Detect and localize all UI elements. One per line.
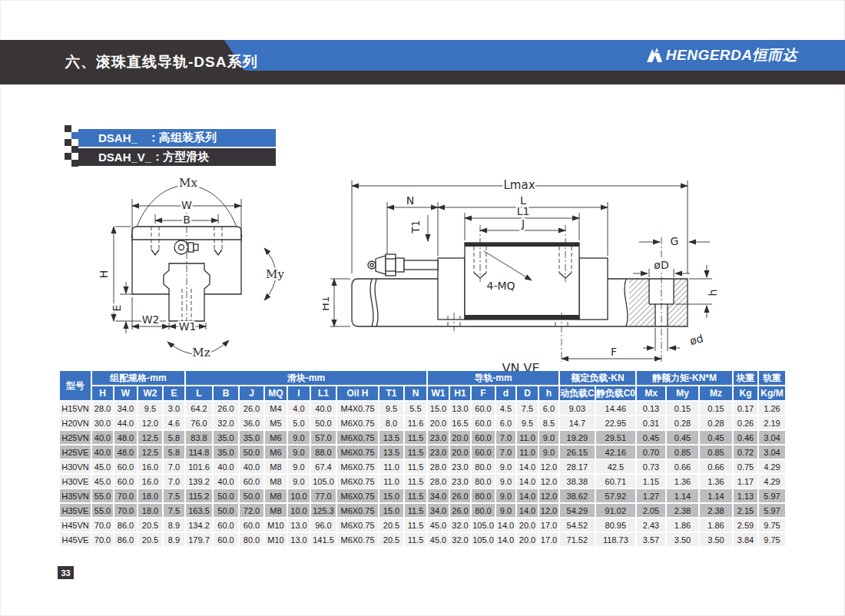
cell: 23.0 [450,460,472,475]
column-header: Mx [637,386,667,402]
dim-label-w1: W1 [179,320,197,333]
table-row: H45VE70.086.020.58.9179.760.080.0M1013.0… [60,533,787,548]
cell: 83.8 [186,431,214,445]
table-row: H30VN45.060.016.07.0101.640.040.0M89.067… [60,460,787,475]
cell: 13.5 [379,431,405,445]
cell: 88.0 [311,445,337,460]
column-group-header: 块重 [734,371,759,386]
dim-label-w2: W2 [142,313,160,326]
cell: M6X0.75 [337,489,379,504]
cell: 23.0 [450,475,472,489]
cell: 28.0 [428,460,450,475]
cell: 2.43 [637,518,667,533]
cell: 5.0 [288,416,311,431]
column-group-header: 滑块-mm [186,371,428,386]
cell: 0.45 [637,431,667,445]
column-header: W1 [428,386,450,402]
cell: 7.5 [164,504,186,518]
cell: 2.59 [734,518,759,533]
cell: 11.5 [405,475,428,489]
cell: 6.0 [539,402,560,416]
cell: 11.0 [517,431,539,445]
column-header: E [164,386,186,402]
cell: 15.0 [379,489,405,504]
cell: 96.0 [311,518,337,533]
cell: 9.75 [759,533,787,548]
cell: 9.0 [288,460,311,475]
model-cell: H20VN [60,416,92,431]
cell: 20.5 [138,518,164,533]
cell: M6 [265,445,288,460]
cell: 16.0 [138,460,164,475]
cell: 40.0 [240,460,265,475]
dim-label-w: W [181,199,192,211]
cell: 114.8 [186,445,214,460]
cell: 45.0 [428,518,450,533]
cell: 11.5 [405,431,428,445]
cell: M10 [265,518,288,533]
page-title: 六、滚珠直线导轨-DSA系列 [65,40,257,84]
cell: 0.46 [734,431,759,445]
cell: 20.0 [428,416,450,431]
cell: 18.0 [138,504,164,518]
cell: 57.92 [596,489,637,504]
cell: 2.38 [667,504,700,518]
dim-label-my: My [266,267,284,281]
cell: 26.0 [450,504,472,518]
cell: 3.0 [164,402,186,416]
brand-logo-text: HENGERDA恒而达 [666,45,797,65]
column-header: l [288,386,311,402]
cell: M4 [265,402,288,416]
cell: 12.0 [539,489,560,504]
cell: M6X0.75 [337,431,379,445]
cell: 14.0 [517,460,539,475]
cell: 0.15 [700,402,734,416]
spec-table: 型号组配规格-mm滑块-mm导轨-mm额定负载-KN静额力矩-KN*M块重轨重H… [60,371,787,548]
cell: 7.0 [496,445,517,460]
cell: 0.75 [734,460,759,475]
cell: 11.5 [405,533,428,548]
grease-nipple-side [368,254,438,276]
cell: 8.9 [164,518,186,533]
cell: 9.5 [138,402,164,416]
model-cell: H45VN [60,518,92,533]
cell: 80.0 [240,533,265,548]
cell: 10.0 [288,504,311,518]
cell: 45.0 [92,460,114,475]
cell: M6X0.75 [337,460,379,475]
cell: 11.5 [405,518,428,533]
cell: 1.13 [734,489,759,504]
cell: 50.0 [311,416,337,431]
cell: 0.26 [734,416,759,431]
checker-decoration [65,125,78,167]
cell: 7.5 [164,489,186,504]
brand-mark-icon [646,47,663,64]
cell: 0.13 [637,402,667,416]
table-row: H25VN40.048.012.55.883.835.035.0M69.057.… [60,431,787,445]
cell: 12.5 [138,445,164,460]
cell: 1.14 [700,489,734,504]
cell: 1.36 [667,475,700,489]
cell: 9.0 [496,460,517,475]
cell: 9.0 [539,431,560,445]
cell: 14.0 [496,533,517,548]
cell: 60.0 [114,460,138,475]
spec-table-head: 型号组配规格-mm滑块-mm导轨-mm额定负载-KN静额力矩-KN*M块重轨重H… [60,371,787,402]
cell: 12.0 [138,416,164,431]
cell: 0.85 [700,445,734,460]
brand-logo: HENGERDA恒而达 [646,40,797,71]
cell: 80.95 [596,518,637,533]
cell: 44.0 [114,416,138,431]
cell: 64.2 [186,402,214,416]
cell: 1.26 [759,402,787,416]
cell: 0.15 [667,402,700,416]
cell: M8 [265,475,288,489]
cell: 34.0 [428,504,450,518]
cell: 0.28 [667,416,700,431]
cell: 67.4 [311,460,337,475]
cell: 32.0 [214,416,240,431]
spec-table-body: H15VN28.034.09.53.064.226.026.0M44.040.0… [60,402,787,548]
cell: 29.51 [596,431,637,445]
series-code: DSAH_V_ [98,151,151,164]
cell: 1.27 [637,489,667,504]
